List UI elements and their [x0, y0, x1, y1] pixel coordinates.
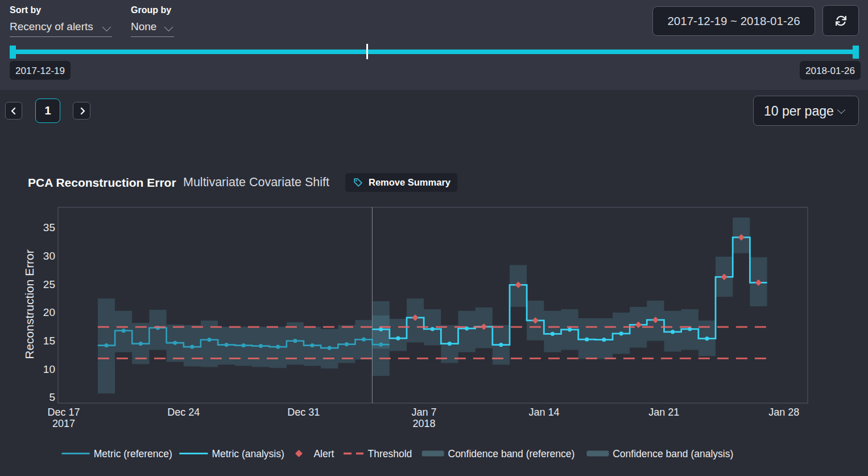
svg-text:Jan 28: Jan 28 — [768, 407, 799, 418]
svg-text:15: 15 — [43, 335, 55, 347]
svg-text:Dec 24: Dec 24 — [167, 407, 200, 418]
svg-text:Confidence band (reference): Confidence band (reference) — [448, 448, 575, 459]
svg-text:2017: 2017 — [52, 418, 75, 429]
svg-text:Metric (reference): Metric (reference) — [94, 448, 172, 459]
svg-text:5: 5 — [49, 391, 55, 403]
svg-text:25: 25 — [43, 278, 55, 290]
svg-text:Dec 31: Dec 31 — [287, 407, 320, 418]
svg-text:30: 30 — [43, 250, 55, 262]
svg-text:Jan 7: Jan 7 — [411, 407, 436, 418]
svg-text:Alert: Alert — [313, 448, 334, 459]
svg-text:2018: 2018 — [412, 418, 435, 429]
svg-text:Dec 17: Dec 17 — [47, 407, 80, 418]
svg-text:Jan 14: Jan 14 — [528, 407, 559, 418]
svg-text:35: 35 — [43, 221, 55, 233]
svg-text:Jan 21: Jan 21 — [648, 407, 679, 418]
svg-text:20: 20 — [43, 306, 55, 318]
svg-text:Metric (analysis): Metric (analysis) — [212, 448, 284, 459]
svg-text:Threshold: Threshold — [368, 448, 412, 459]
svg-text:10: 10 — [43, 363, 55, 375]
svg-text:Confidence band (analysis): Confidence band (analysis) — [613, 448, 733, 459]
svg-text:Reconstruction Error: Reconstruction Error — [23, 249, 36, 359]
